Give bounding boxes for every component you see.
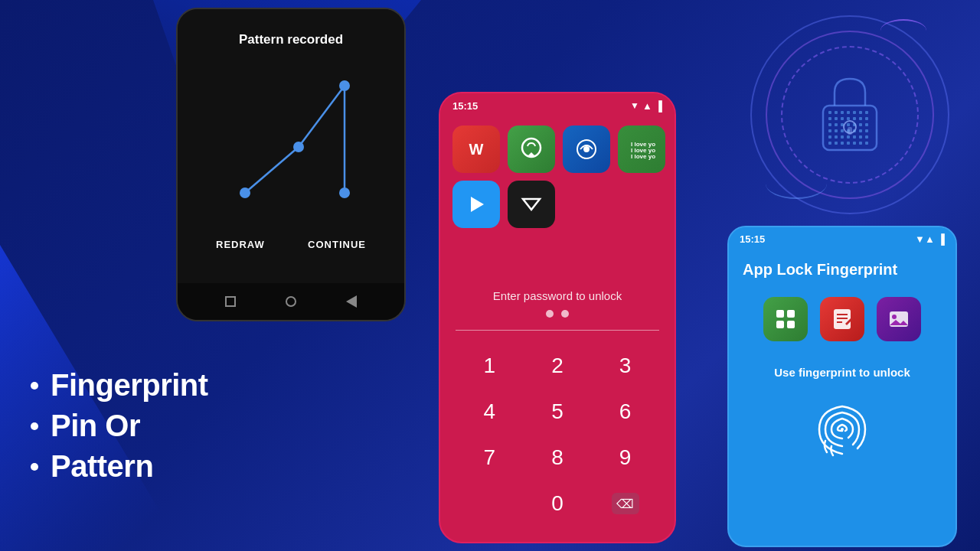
svg-rect-9 <box>835 111 838 114</box>
svg-rect-62 <box>776 321 784 328</box>
redraw-button[interactable]: REDRAW <box>216 239 265 250</box>
pin-area: Enter password to unlock 1 2 3 4 5 6 7 8… <box>440 289 675 542</box>
lock-icon <box>812 71 888 158</box>
svg-text:I love you ♥: I love you ♥ <box>631 153 655 160</box>
svg-rect-21 <box>865 117 868 120</box>
svg-rect-40 <box>853 135 856 139</box>
pin-dot-2 <box>561 310 569 318</box>
svg-rect-8 <box>828 111 831 114</box>
svg-rect-23 <box>835 123 838 126</box>
key-0[interactable]: 0 <box>524 481 592 527</box>
svg-rect-41 <box>859 135 862 139</box>
phone2-statusbar: 15:15 ▼ ▲ ▐ <box>440 93 675 118</box>
bullet-item-pattern: Pattern <box>31 449 208 484</box>
svg-line-4 <box>245 147 299 193</box>
svg-rect-44 <box>835 142 838 145</box>
nav-back-icon[interactable] <box>346 295 357 308</box>
bullet-item-pin: Pin Or <box>31 409 208 443</box>
delete-button[interactable]: ⌫ <box>591 481 659 527</box>
svg-rect-36 <box>828 135 831 139</box>
phone2-time: 15:15 <box>452 100 478 112</box>
app3-grid[interactable] <box>763 297 808 341</box>
svg-rect-18 <box>847 117 850 120</box>
key-9[interactable]: 9 <box>591 435 659 481</box>
svg-rect-16 <box>835 117 838 120</box>
svg-rect-22 <box>828 123 831 126</box>
app3-note[interactable] <box>820 297 864 341</box>
svg-rect-28 <box>865 123 868 126</box>
bullet-dot <box>31 463 38 471</box>
app-watermark[interactable]: W <box>452 126 500 173</box>
status-icons: ▼ ▲ ▐ <box>630 100 662 112</box>
key-empty <box>456 481 524 527</box>
pin-prompt: Enter password to unlock <box>456 289 659 302</box>
battery-icon-3: ▐ <box>938 233 945 245</box>
svg-rect-34 <box>859 129 862 132</box>
lock-circles <box>750 15 949 214</box>
svg-rect-38 <box>841 135 844 139</box>
key-4[interactable]: 4 <box>456 389 524 435</box>
svg-rect-31 <box>841 129 844 132</box>
continue-button[interactable]: CONTINUE <box>308 239 366 250</box>
key-8[interactable]: 8 <box>524 435 592 481</box>
phone3-statusbar: 15:15 ▼▲ ▐ <box>729 227 956 250</box>
key-6[interactable]: 6 <box>591 389 659 435</box>
key-3[interactable]: 3 <box>591 343 659 389</box>
pin-keypad: 1 2 3 4 5 6 7 8 9 0 ⌫ <box>456 343 659 527</box>
svg-rect-48 <box>859 142 862 145</box>
phone-nav-bar <box>178 283 404 320</box>
svg-rect-61 <box>787 310 795 318</box>
svg-rect-63 <box>787 321 795 328</box>
svg-rect-10 <box>841 111 844 114</box>
bullet-label-pin: Pin Or <box>51 409 140 443</box>
svg-rect-47 <box>853 142 856 145</box>
app-grid: W I love you ♥ I love you ♥ I love you ♥ <box>440 118 675 236</box>
svg-line-5 <box>299 86 345 147</box>
svg-rect-12 <box>853 111 856 114</box>
svg-point-69 <box>892 315 897 319</box>
svg-rect-37 <box>835 135 838 139</box>
app-love[interactable]: I love you ♥ I love you ♥ I love you ♥ <box>618 126 665 173</box>
app3-gallery[interactable] <box>877 297 921 341</box>
signal-icon-3: ▼▲ <box>915 233 935 245</box>
app-delta[interactable] <box>508 181 555 228</box>
wifi-icon: ▲ <box>642 100 652 112</box>
svg-rect-27 <box>859 123 862 126</box>
svg-rect-39 <box>847 135 850 139</box>
key-5[interactable]: 5 <box>524 389 592 435</box>
svg-point-70 <box>841 428 844 431</box>
bullet-item-fingerprint: Fingerprint <box>31 368 208 403</box>
nav-home-icon[interactable] <box>286 296 296 307</box>
pattern-canvas <box>207 70 375 223</box>
app-play[interactable] <box>452 181 500 228</box>
svg-rect-49 <box>865 142 868 145</box>
bullet-dot <box>31 422 38 430</box>
phone-pin: 15:15 ▼ ▲ ▐ W I love you ♥ I love you ♥ … <box>439 92 676 543</box>
pin-dots <box>456 310 659 318</box>
app-chat[interactable] <box>508 126 555 173</box>
battery-icon: ▐ <box>655 100 662 112</box>
svg-rect-45 <box>841 142 844 145</box>
key-1[interactable]: 1 <box>456 343 524 389</box>
svg-marker-59 <box>523 199 540 210</box>
svg-point-54 <box>583 146 590 152</box>
svg-rect-30 <box>835 129 838 132</box>
lock-decoration <box>743 8 957 222</box>
bullet-label-pattern: Pattern <box>51 449 153 484</box>
phone-pattern: Pattern recorded REDRAW CONTINUE <box>176 8 406 321</box>
phone3-time: 15:15 <box>740 233 765 245</box>
pattern-screen: Pattern recorded REDRAW CONTINUE <box>178 9 404 283</box>
nav-recent-icon[interactable] <box>225 296 236 307</box>
svg-rect-35 <box>865 129 868 132</box>
pin-divider <box>456 330 659 331</box>
fingerprint-icon <box>729 391 956 468</box>
svg-rect-46 <box>847 142 850 145</box>
svg-rect-19 <box>853 117 856 120</box>
svg-rect-15 <box>828 117 831 120</box>
svg-rect-17 <box>841 117 844 120</box>
key-2[interactable]: 2 <box>524 343 592 389</box>
svg-rect-60 <box>776 310 784 318</box>
key-7[interactable]: 7 <box>456 435 524 481</box>
app-vpn[interactable] <box>563 126 610 173</box>
pattern-svg <box>207 70 375 223</box>
